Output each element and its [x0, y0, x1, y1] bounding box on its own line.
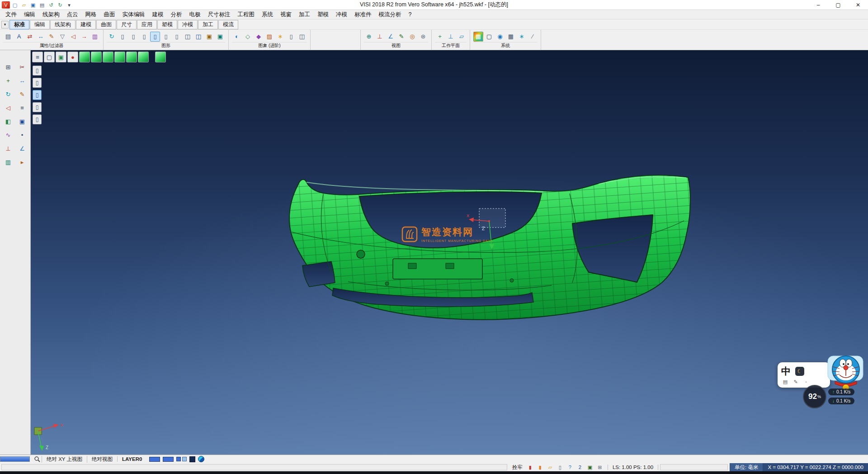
view-layout-icon[interactable]: ◫ — [193, 32, 203, 42]
cube-back-view-icon[interactable] — [103, 52, 113, 62]
menu-item-16[interactable]: 塑模 — [314, 10, 332, 19]
clipboard-4-icon[interactable]: ▯ — [33, 114, 42, 124]
menu-item-3[interactable]: 线架构 — [39, 10, 63, 19]
clipboard-3-icon[interactable]: ▯ — [33, 102, 42, 112]
wireframe-render-icon[interactable]: ◇ — [243, 32, 253, 42]
error-log-icon[interactable]: ▮ — [526, 464, 534, 470]
match-properties-icon[interactable]: ↔ — [36, 32, 46, 42]
menu-item-2[interactable]: 编辑 — [20, 10, 39, 19]
calibrate-icon[interactable]: ∕ — [528, 32, 538, 42]
annotate-icon[interactable]: ✎ — [396, 32, 406, 42]
pan-view-icon[interactable]: + — [3, 76, 14, 85]
ribbon-tab-1[interactable]: 标准 — [9, 20, 29, 29]
transfer-attributes-icon[interactable]: → — [79, 32, 89, 42]
sketch-icon[interactable]: ✎ — [17, 89, 28, 99]
view-page-current-icon[interactable]: ▯ — [150, 32, 160, 42]
open-file-icon[interactable]: ▱ — [20, 1, 28, 9]
view-page-2-icon[interactable]: ▯ — [128, 32, 138, 42]
color-swatch-small-light[interactable] — [182, 457, 187, 461]
ribbon-tab-4[interactable]: 建模 — [76, 20, 96, 29]
menu-item-20[interactable]: ? — [405, 10, 415, 19]
menu-item-18[interactable]: 标准件 — [351, 10, 375, 19]
help-info-icon[interactable]: ? — [566, 464, 574, 470]
clipboard-1-icon[interactable]: ▯ — [33, 66, 42, 76]
menu-item-10[interactable]: 电极 — [186, 10, 204, 19]
saved-view-1-icon[interactable]: ▣ — [204, 32, 214, 42]
highlight-settings-icon[interactable]: ∗ — [517, 32, 527, 42]
ribbon-tab-5[interactable]: 曲面 — [96, 20, 116, 29]
view-page-1-icon[interactable]: ▯ — [118, 32, 127, 42]
materials-icon[interactable]: ◆ — [254, 32, 264, 42]
menu-item-14[interactable]: 视窗 — [277, 10, 295, 19]
point-tool-icon[interactable]: • — [17, 130, 28, 140]
angle-tool-icon[interactable]: ∠ — [17, 143, 28, 153]
trim-icon[interactable]: ✂ — [17, 62, 28, 72]
solid-tool-icon[interactable]: ▣ — [17, 116, 28, 126]
ribbon-tab-11[interactable]: 模流 — [218, 20, 238, 29]
ribbon-tab-3[interactable]: 线架构 — [50, 20, 75, 29]
flag-tool-icon[interactable]: ▸ — [17, 157, 28, 167]
menu-item-11[interactable]: 尺寸标注 — [204, 10, 234, 19]
workplane-new-icon[interactable]: + — [435, 32, 445, 42]
cube-front-view-icon[interactable] — [91, 52, 102, 62]
undo-icon[interactable]: ↺ — [47, 1, 55, 9]
solid-mode-icon[interactable]: ▣ — [586, 464, 594, 470]
magnifier-icon[interactable] — [34, 456, 40, 462]
menu-item-17[interactable]: 冲模 — [332, 10, 351, 19]
menu-item-19[interactable]: 模流分析 — [375, 10, 405, 19]
menu-item-9[interactable]: 分析 — [167, 10, 186, 19]
selection-filter-icon[interactable]: ▽ — [57, 32, 67, 42]
display-settings-icon[interactable]: ▢ — [484, 32, 494, 42]
view-settings-icon[interactable]: ⊛ — [418, 32, 428, 42]
rotate-view-icon[interactable]: ↻ — [3, 89, 14, 99]
menu-item-6[interactable]: 曲面 — [100, 10, 119, 19]
measure-icon[interactable]: ∠ — [386, 32, 396, 42]
ribbon-tab-9[interactable]: 冲模 — [178, 20, 198, 29]
cube-left-view-icon[interactable] — [114, 52, 125, 62]
textures-icon[interactable]: ▨ — [264, 32, 274, 42]
tab-overflow-button[interactable]: ▾ — [1, 21, 9, 28]
cube-iso-view-icon[interactable] — [155, 52, 166, 62]
layer-color-swatch-1[interactable] — [149, 457, 160, 462]
os-taskbar-edge[interactable] — [0, 471, 868, 474]
ribbon-tab-6[interactable]: 尺寸 — [117, 20, 137, 29]
saved-view-2-icon[interactable]: ▣ — [215, 32, 225, 42]
layer-colors-icon[interactable]: ▥ — [90, 32, 100, 42]
menu-item-15[interactable]: 加工 — [295, 10, 314, 19]
ime-toolbar[interactable]: 中 ☾ ▤✎◦ — [778, 362, 830, 388]
swap-attributes-icon[interactable]: ⇄ — [25, 32, 35, 42]
snap-lock-label[interactable]: 拴牢 — [509, 464, 526, 471]
menu-item-1[interactable]: 文件 — [2, 10, 20, 19]
cube-bottom-view-icon[interactable] — [138, 52, 149, 62]
clipboard-2-icon[interactable]: ▯ — [33, 78, 42, 88]
surface-tool-icon[interactable]: ◧ — [3, 116, 14, 126]
fit-view-icon[interactable]: ↔ — [17, 76, 28, 85]
edit-filter-icon[interactable]: ✎ — [47, 32, 57, 42]
color-settings-icon[interactable]: ▦ — [473, 32, 483, 42]
qat-dropdown-icon[interactable]: ▾ — [65, 1, 73, 9]
scene-list-icon[interactable]: ≡ — [32, 52, 43, 62]
view-single-icon[interactable]: ▢ — [44, 52, 55, 62]
menu-item-13[interactable]: 系统 — [258, 10, 277, 19]
cube-top-view-icon[interactable] — [79, 52, 90, 62]
ribbon-tab-7[interactable]: 应用 — [137, 20, 157, 29]
view-mode-indicator[interactable]: 绝对 XY 上视图 — [42, 456, 87, 463]
view-page-5-icon[interactable]: ▯ — [172, 32, 182, 42]
target-view-icon[interactable]: ◎ — [407, 32, 417, 42]
zoom-extents-icon[interactable]: ⊕ — [364, 32, 374, 42]
clear-filter-icon[interactable]: ◁ — [68, 32, 78, 42]
ime-language-indicator[interactable]: 中 — [781, 365, 791, 378]
snapshot-pages-icon[interactable]: ◫ — [297, 32, 307, 42]
background-color-swatch[interactable] — [189, 456, 195, 462]
usage-percent-badge[interactable]: 92% — [803, 385, 826, 408]
moon-mode-icon[interactable]: ☾ — [795, 367, 804, 376]
layers-panel-icon[interactable]: ≡ — [17, 103, 28, 113]
multi-view-icon[interactable]: ◫ — [183, 32, 193, 42]
new-file-icon[interactable]: ▢ — [11, 1, 19, 9]
ribbon-tab-10[interactable]: 加工 — [198, 20, 218, 29]
workplane-align-icon[interactable]: ▱ — [457, 32, 467, 42]
refresh-view-icon[interactable]: ↻ — [107, 32, 117, 42]
network-monitor-widget[interactable]: 中 ☾ ▤✎◦ — [778, 356, 868, 417]
plot-settings-icon[interactable]: ▤ — [3, 32, 13, 42]
maximize-button[interactable]: ▢ — [828, 0, 848, 9]
